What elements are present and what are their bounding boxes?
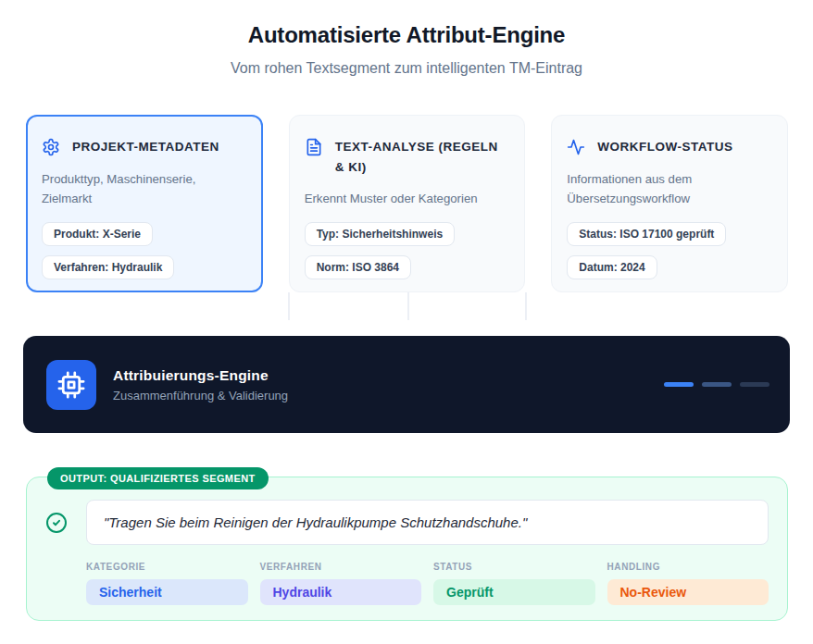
cpu-icon xyxy=(46,360,96,410)
progress-dash-dim[interactable] xyxy=(740,382,769,387)
engine-subtitle: Zusammenführung & Validierung xyxy=(113,389,288,402)
field-label: KATEGORIE xyxy=(86,562,248,572)
field-kategorie: KATEGORIE Sicherheit xyxy=(86,562,248,605)
field-value: No-Review xyxy=(607,579,769,605)
output-panel: OUTPUT: QUALIFIZIERTES SEGMENT "Tragen S… xyxy=(26,477,788,621)
progress-dashes xyxy=(664,382,769,387)
field-verfahren: VERFAHREN Hydraulik xyxy=(260,562,422,605)
segment-text: "Tragen Sie beim Reinigen der Hydraulikp… xyxy=(86,500,769,545)
field-handling: HANDLING No-Review xyxy=(607,562,769,605)
progress-dash-active[interactable] xyxy=(664,382,694,387)
gear-icon xyxy=(42,138,60,156)
tag-chip: Datum: 2024 xyxy=(567,255,657,279)
field-status: STATUS Geprüft xyxy=(433,562,595,605)
activity-icon xyxy=(567,138,585,156)
tag-chip: Norm: ISO 3864 xyxy=(305,255,411,279)
attribute-fields: KATEGORIE Sicherheit VERFAHREN Hydraulik… xyxy=(86,562,769,605)
check-circle-icon xyxy=(45,512,68,534)
segment-row: "Tragen Sie beim Reinigen der Hydraulikp… xyxy=(45,500,769,545)
card-header: PROJEKT-METADATEN xyxy=(42,137,247,157)
engine-text: Attribuierungs-Engine Zusammenführung & … xyxy=(113,367,288,402)
card-description: Erkennt Muster oder Kategorien xyxy=(305,189,510,208)
tag-chip: Status: ISO 17100 geprüft xyxy=(567,222,726,246)
page-title: Automatisierte Attribut-Engine xyxy=(0,22,813,48)
engine-bar: Attribuierungs-Engine Zusammenführung & … xyxy=(23,336,790,433)
engine-title: Attribuierungs-Engine xyxy=(113,367,288,384)
card-title: TEXT-ANALYSE (REGELN & KI) xyxy=(335,137,510,177)
connector-lines xyxy=(0,292,813,336)
card-tags: Status: ISO 17100 geprüft Datum: 2024 xyxy=(567,222,772,279)
card-text-analyse[interactable]: TEXT-ANALYSE (REGELN & KI) Erkennt Muste… xyxy=(289,115,526,292)
connector-line xyxy=(525,292,527,320)
input-cards-row: PROJEKT-METADATEN Produkttyp, Maschinens… xyxy=(26,115,788,292)
card-title: PROJEKT-METADATEN xyxy=(72,137,219,157)
document-icon xyxy=(305,138,323,156)
field-label: STATUS xyxy=(433,562,595,572)
progress-dash-medium[interactable] xyxy=(702,382,732,387)
card-description: Informationen aus dem Übersetzungsworkfl… xyxy=(567,169,772,208)
card-header: TEXT-ANALYSE (REGELN & KI) xyxy=(305,137,510,177)
field-value: Sicherheit xyxy=(86,579,248,605)
card-workflow-status[interactable]: WORKFLOW-STATUS Informationen aus dem Üb… xyxy=(551,115,788,292)
field-value: Geprüft xyxy=(433,579,595,605)
card-tags: Typ: Sicherheitshinweis Norm: ISO 3864 xyxy=(305,222,510,279)
tag-chip: Produkt: X-Serie xyxy=(42,222,153,246)
card-header: WORKFLOW-STATUS xyxy=(567,137,772,157)
attribute-engine-diagram: Automatisierte Attribut-Engine Vom rohen… xyxy=(0,0,813,644)
connector-line xyxy=(288,292,290,320)
field-value: Hydraulik xyxy=(260,579,422,605)
tag-chip: Verfahren: Hydraulik xyxy=(42,255,174,279)
field-label: VERFAHREN xyxy=(260,562,422,572)
card-title: WORKFLOW-STATUS xyxy=(597,137,732,157)
field-label: HANDLING xyxy=(607,562,769,572)
connector-line xyxy=(407,292,409,320)
page-subtitle: Vom rohen Textsegment zum intelligenten … xyxy=(0,60,813,77)
card-projekt-metadaten[interactable]: PROJEKT-METADATEN Produkttyp, Maschinens… xyxy=(26,115,263,292)
card-description: Produkttyp, Maschinenserie, Zielmarkt xyxy=(42,169,247,208)
output-badge: OUTPUT: QUALIFIZIERTES SEGMENT xyxy=(47,467,269,489)
card-tags: Produkt: X-Serie Verfahren: Hydraulik xyxy=(42,222,247,279)
tag-chip: Typ: Sicherheitshinweis xyxy=(305,222,455,246)
